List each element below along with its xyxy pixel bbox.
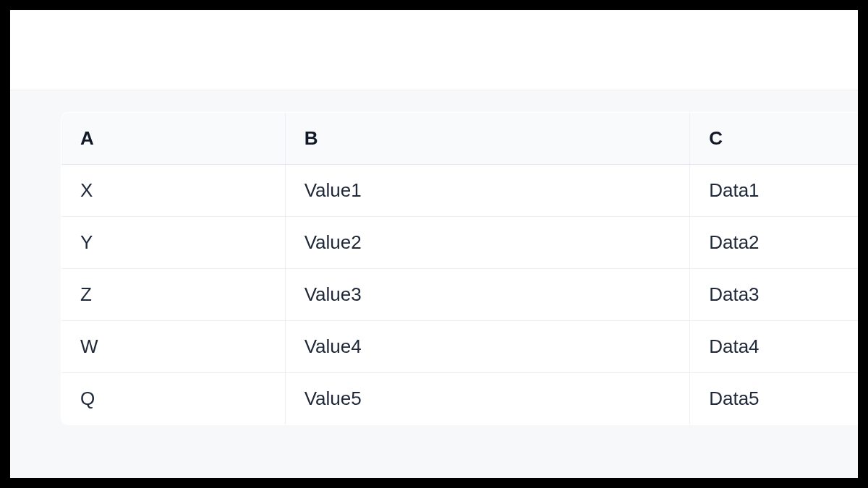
table-cell-c: Data1 bbox=[690, 165, 858, 217]
page-frame: A B C X Value1 Data1 Y Value2 Data2 Z bbox=[10, 10, 858, 478]
table-cell-c: Data4 bbox=[690, 321, 858, 373]
table-header-a: A bbox=[61, 113, 286, 165]
table-cell-b: Value4 bbox=[285, 321, 689, 373]
table-row: X Value1 Data1 bbox=[61, 165, 859, 217]
table-cell-b: Value3 bbox=[285, 269, 689, 321]
table-cell-a: X bbox=[61, 165, 286, 217]
table-cell-c: Data2 bbox=[690, 217, 858, 269]
table-cell-c: Data3 bbox=[690, 269, 858, 321]
table-cell-a: W bbox=[61, 321, 286, 373]
data-table: A B C X Value1 Data1 Y Value2 Data2 Z bbox=[61, 112, 858, 425]
top-whitespace bbox=[10, 10, 858, 90]
table-cell-a: Z bbox=[61, 269, 286, 321]
table-header-row: A B C bbox=[61, 113, 859, 165]
table-cell-b: Value1 bbox=[285, 165, 689, 217]
table-cell-b: Value2 bbox=[285, 217, 689, 269]
table-row: Z Value3 Data3 bbox=[61, 269, 859, 321]
table-cell-a: Q bbox=[61, 373, 286, 425]
table-header-b: B bbox=[285, 113, 689, 165]
table-row: Y Value2 Data2 bbox=[61, 217, 859, 269]
content-panel: A B C X Value1 Data1 Y Value2 Data2 Z bbox=[10, 90, 858, 478]
table-cell-c: Data5 bbox=[690, 373, 858, 425]
table-row: Q Value5 Data5 bbox=[61, 373, 859, 425]
table-cell-a: Y bbox=[61, 217, 286, 269]
table-row: W Value4 Data4 bbox=[61, 321, 859, 373]
table-cell-b: Value5 bbox=[285, 373, 689, 425]
table-header-c: C bbox=[690, 113, 858, 165]
